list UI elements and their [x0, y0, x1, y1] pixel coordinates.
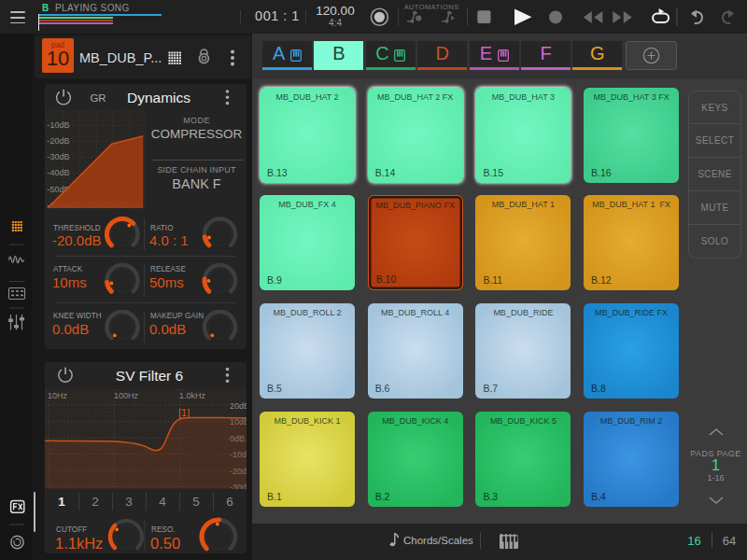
svg-text:64: 64	[723, 534, 736, 548]
svg-text:6: 6	[226, 495, 233, 509]
svg-text:GR: GR	[90, 92, 106, 104]
svg-text:SV Filter 6: SV Filter 6	[116, 368, 183, 384]
svg-text:Dynamics: Dynamics	[127, 90, 190, 105]
svg-text:16: 16	[687, 534, 700, 548]
svg-text:2: 2	[92, 495, 99, 509]
svg-text:AUTOMATIONS: AUTOMATIONS	[404, 3, 459, 11]
svg-text:[1]: [1]	[178, 407, 190, 418]
svg-text:-30dB: -30dB	[48, 152, 70, 161]
svg-text:4: 4	[159, 495, 166, 509]
svg-text:3: 3	[125, 495, 133, 509]
svg-text:1.0kHz: 1.0kHz	[179, 391, 206, 400]
svg-text:-40dB: -40dB	[48, 168, 70, 177]
svg-text:1: 1	[58, 495, 65, 509]
svg-text:5: 5	[192, 495, 200, 509]
svg-text:Chords/Scales: Chords/Scales	[403, 535, 473, 546]
svg-text:-20dB: -20dB	[48, 136, 70, 146]
svg-text:100Hz: 100Hz	[114, 391, 139, 400]
svg-text:20dB: 20dB	[230, 400, 247, 410]
svg-text:10Hz: 10Hz	[48, 391, 68, 400]
svg-text:-10dB: -10dB	[48, 120, 70, 130]
